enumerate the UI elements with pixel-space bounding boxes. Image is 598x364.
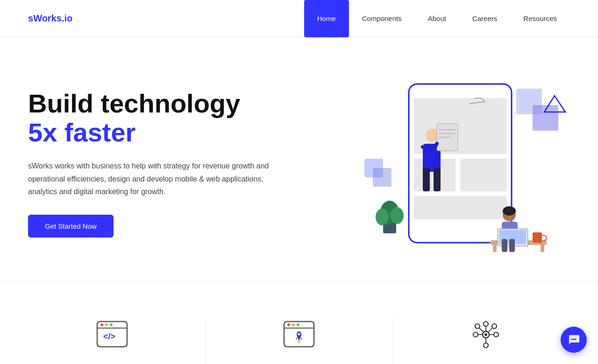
nav-links: Home Components About Careers Resources — [304, 0, 570, 37]
svg-point-20 — [376, 209, 389, 225]
hero-content: Build technology 5x faster sWorks works … — [28, 89, 271, 238]
hero-description: sWorks works with business to help with … — [28, 160, 271, 198]
svg-rect-34 — [373, 168, 392, 187]
svg-point-23 — [503, 206, 516, 216]
logo[interactable]: sWorks.io — [28, 13, 72, 24]
svg-point-64 — [575, 338, 577, 340]
feature-icon-2 — [282, 318, 316, 351]
svg-point-61 — [484, 333, 487, 336]
svg-point-52 — [494, 332, 498, 337]
svg-point-50 — [484, 343, 488, 348]
hero-section: Build technology 5x faster sWorks works … — [0, 37, 598, 280]
feature-card-2: Fractional CTO for start ups guiding the… — [215, 308, 383, 364]
nav-about[interactable]: About — [415, 0, 459, 37]
svg-point-38 — [105, 323, 108, 326]
divider-2 — [392, 318, 393, 364]
svg-line-60 — [488, 328, 492, 332]
feature-card-1: </> Empowering businesses with mobile an… — [28, 308, 196, 364]
svg-rect-11 — [434, 168, 441, 191]
svg-point-51 — [473, 332, 478, 337]
chat-icon — [567, 333, 580, 346]
svg-point-47 — [298, 333, 300, 336]
svg-point-49 — [484, 322, 488, 326]
svg-text:</>: </> — [103, 332, 115, 341]
hero-title: Build technology 5x faster — [28, 89, 271, 147]
svg-point-62 — [571, 338, 573, 340]
hero-illustration-svg — [336, 75, 570, 252]
svg-rect-10 — [423, 168, 430, 191]
nav-careers[interactable]: Careers — [459, 0, 510, 37]
hero-title-highlight: 5x faster — [28, 118, 135, 147]
svg-rect-4 — [413, 196, 507, 219]
features-section: </> Empowering businesses with mobile an… — [0, 280, 598, 364]
get-started-button[interactable]: Get Started Now — [28, 215, 114, 238]
nav-components[interactable]: Components — [349, 0, 415, 37]
svg-rect-3 — [460, 159, 507, 191]
svg-rect-31 — [502, 239, 507, 252]
hero-title-line1: Build technology — [28, 89, 240, 118]
chat-bubble[interactable] — [561, 327, 587, 353]
svg-point-54 — [492, 324, 497, 329]
svg-point-45 — [297, 323, 299, 326]
logo-text: Works.io — [33, 13, 72, 23]
svg-rect-32 — [509, 239, 515, 252]
svg-point-37 — [100, 323, 103, 326]
hero-illustration — [336, 75, 570, 252]
nav-resources[interactable]: Resources — [510, 0, 570, 37]
svg-rect-6 — [533, 105, 558, 131]
logo-accent: s — [28, 13, 33, 23]
svg-point-39 — [110, 323, 113, 326]
svg-point-53 — [475, 324, 480, 329]
svg-point-21 — [391, 207, 404, 224]
feature-icon-1: </> — [95, 318, 129, 351]
feature-icon-3 — [469, 318, 503, 351]
svg-point-43 — [287, 323, 290, 326]
svg-point-63 — [573, 338, 575, 340]
svg-line-59 — [479, 328, 484, 332]
svg-point-44 — [292, 323, 295, 326]
svg-rect-30 — [533, 232, 542, 243]
svg-rect-27 — [541, 245, 544, 252]
divider-1 — [205, 318, 206, 364]
feature-card-3: Empowering Enterprises with Startup Agil… — [402, 308, 570, 364]
svg-rect-26 — [493, 245, 497, 252]
navbar: sWorks.io Home Components About Careers … — [0, 0, 598, 37]
nav-home[interactable]: Home — [304, 0, 349, 37]
